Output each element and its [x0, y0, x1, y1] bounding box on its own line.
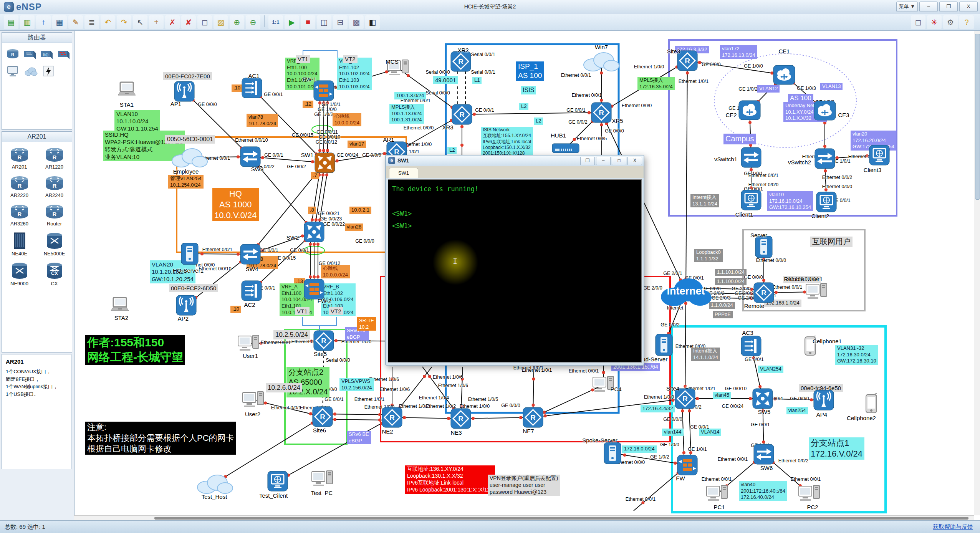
node-hq-server1[interactable]: [181, 243, 199, 266]
category-terminal-icon[interactable]: [6, 64, 20, 78]
help-feedback-link[interactable]: 获取帮助与反馈: [933, 523, 973, 531]
node-pc2[interactable]: [798, 485, 821, 505]
palette-icon[interactable]: ▨: [214, 15, 228, 29]
zoom-out-icon[interactable]: ⊖: [246, 15, 260, 29]
node-pc1[interactable]: [706, 485, 729, 505]
node-sta1[interactable]: [116, 81, 138, 99]
node-sw5[interactable]: [752, 388, 773, 411]
minimize-button[interactable]: –: [919, 2, 938, 12]
category-wlan-icon[interactable]: ((i)): [40, 46, 53, 61]
node-ce3[interactable]: [814, 101, 836, 122]
sidebar-device-ne9000[interactable]: NE9000: [2, 262, 37, 286]
menu-button[interactable]: 菜单 ▼: [896, 2, 918, 12]
node-hub1[interactable]: [552, 142, 579, 156]
node-vswitch1[interactable]: [741, 147, 761, 169]
maximize-button[interactable]: ❐: [939, 2, 958, 12]
close-button[interactable]: X: [959, 2, 978, 12]
forum-icon[interactable]: ◻: [911, 15, 925, 29]
sidebar-device-router[interactable]: RRouter: [37, 204, 72, 227]
node-site6[interactable]: R: [312, 406, 333, 429]
console-icon[interactable]: ◧: [365, 15, 380, 29]
node-sw2[interactable]: [304, 222, 324, 244]
new-topology-icon[interactable]: ▤: [4, 15, 18, 29]
node-ap1[interactable]: [174, 81, 195, 103]
node-xr5[interactable]: R: [591, 102, 612, 124]
sidebar-device-ne5000e[interactable]: NE5000E: [37, 232, 72, 257]
add-note-icon[interactable]: ◻: [197, 15, 212, 29]
vertical-scrollbar-thumb[interactable]: [975, 34, 980, 200]
terminal-titlebar[interactable]: e SW1 ❐ – □ X: [386, 156, 644, 166]
actual-size-icon[interactable]: 1:1: [268, 15, 283, 29]
node-server[interactable]: [755, 236, 773, 260]
start-device-icon[interactable]: ▶: [285, 15, 299, 29]
node-sw3[interactable]: [240, 146, 261, 169]
terminal-restore-button[interactable]: ❐: [580, 157, 595, 165]
category-power-icon[interactable]: [41, 64, 56, 78]
terminal-minimize-button[interactable]: –: [596, 157, 611, 165]
topo-manage-icon[interactable]: ⊟: [333, 15, 348, 29]
pan-icon[interactable]: +: [149, 15, 164, 29]
sidebar-device-ar201[interactable]: RAR201: [2, 147, 37, 170]
terminal-window[interactable]: e SW1 ❐ – □ X SW1 The device is running!…: [385, 155, 644, 366]
node-user1[interactable]: [237, 334, 260, 354]
node-vswitch2[interactable]: [814, 148, 835, 170]
node-ce1[interactable]: [773, 65, 795, 86]
node-user2[interactable]: [242, 391, 265, 411]
node-xr2[interactable]: R: [450, 51, 471, 73]
node-employee[interactable]: [170, 144, 210, 171]
sidebar-device-cx[interactable]: CXCX: [37, 262, 72, 286]
sidebar-device-ar2220[interactable]: RAR2220: [2, 175, 37, 198]
node-cellphone2[interactable]: [865, 393, 877, 415]
node-win7[interactable]: [581, 48, 621, 75]
sidebar-device-ar1220[interactable]: RAR1220: [37, 147, 72, 170]
node-ne3[interactable]: R: [450, 408, 471, 430]
undo-icon[interactable]: ↶: [101, 15, 115, 29]
terminal-maximize-button[interactable]: □: [612, 157, 626, 165]
node-site5[interactable]: R: [313, 330, 334, 353]
node-ap4[interactable]: [813, 390, 834, 412]
node-ac3[interactable]: [741, 336, 761, 358]
redo-icon[interactable]: ↷: [117, 15, 131, 29]
select-icon[interactable]: ↖: [133, 15, 147, 29]
new-test-case-icon[interactable]: ▥: [20, 15, 35, 29]
node-sw1[interactable]: [315, 152, 335, 175]
open-topology-icon[interactable]: ↑: [36, 15, 51, 29]
terminal-close-button[interactable]: X: [627, 157, 642, 165]
print-icon[interactable]: ≣: [84, 15, 99, 29]
node-sta2[interactable]: [109, 297, 131, 315]
node-client1[interactable]: [741, 190, 761, 212]
zoom-in-icon[interactable]: ⊕: [230, 15, 244, 29]
terminal-tab-sw1[interactable]: SW1: [389, 168, 418, 178]
node-sw4[interactable]: [240, 244, 261, 266]
node-fw-1[interactable]: [313, 80, 334, 103]
node-test_pc[interactable]: [311, 470, 334, 490]
node-test_cilent[interactable]: [267, 471, 288, 493]
sidebar-device-ar3260[interactable]: RAR3260: [2, 204, 37, 227]
terminal-screen[interactable]: The device is running!<SW1><SW1> I: [388, 179, 642, 363]
node-ne2[interactable]: R: [382, 407, 402, 429]
node-ne7[interactable]: R: [523, 407, 543, 429]
node-remote_user1[interactable]: [805, 283, 828, 303]
delete-config-icon[interactable]: ✘: [181, 15, 196, 29]
horizontal-scrollbar[interactable]: [74, 515, 974, 521]
node-sw6[interactable]: [753, 444, 774, 466]
node-ac1[interactable]: [242, 78, 262, 100]
save-as-icon[interactable]: ✎: [68, 15, 83, 29]
sidebar-device-ar2240[interactable]: RAR2240: [37, 175, 72, 198]
node-ce2[interactable]: [738, 100, 761, 122]
category-switch-icon[interactable]: [23, 46, 36, 61]
stop-device-icon[interactable]: ■: [301, 15, 315, 29]
sidebar-device-ne40e[interactable]: NE40E: [2, 232, 37, 257]
huawei-icon[interactable]: ✳: [927, 15, 942, 29]
vertical-scrollbar[interactable]: [974, 31, 980, 515]
data-capture-icon[interactable]: ◫: [317, 15, 331, 29]
node-site4[interactable]: R: [675, 388, 695, 411]
node-fw[interactable]: [677, 455, 698, 477]
category-firewall-icon[interactable]: [56, 46, 70, 61]
node-remote[interactable]: R: [753, 282, 774, 305]
node-spoke-server[interactable]: [604, 442, 621, 466]
horizontal-scrollbar-thumb[interactable]: [154, 517, 968, 520]
node-client2[interactable]: [816, 192, 837, 214]
save-icon[interactable]: ▦: [52, 15, 67, 29]
node-ap2[interactable]: [176, 295, 197, 317]
